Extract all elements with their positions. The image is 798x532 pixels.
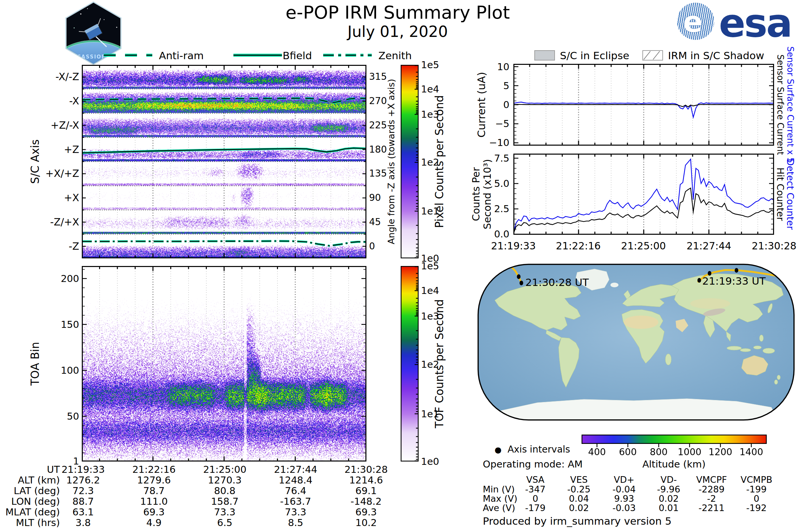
legend-sample-dashdot: [323, 52, 373, 59]
legend-swatch-filled: [534, 50, 555, 60]
ephemeris-value: 76.4: [285, 486, 307, 496]
ephemeris-value: 3.8: [75, 517, 91, 528]
ephemeris-value: 8.5: [288, 517, 303, 528]
ephemeris-value: 21:19:33: [61, 464, 105, 475]
altitude-tick-label: 1000: [678, 447, 701, 457]
angle-tick-label: 270: [369, 96, 387, 106]
axis-interval-dot: [698, 278, 701, 283]
voltage-value: 0: [754, 494, 759, 504]
pixel-cb-tick: 1e2: [421, 157, 439, 168]
ephemeris-row-label: UT: [47, 464, 60, 475]
ephemeris-value: 158.7: [211, 496, 239, 507]
voltage-value: 0: [532, 494, 538, 504]
ephemeris-row-label: MLAT (deg): [5, 507, 60, 517]
axis-intervals-legend: ● Axis intervals: [483, 434, 570, 465]
band-label-xz: +X/+Z: [45, 168, 79, 179]
counts-ytick: 5.0: [494, 178, 509, 189]
voltage-value: 0.02: [659, 494, 679, 504]
toa-tick-label: 100: [61, 365, 79, 376]
current-ylabel: Current (uA): [476, 72, 488, 138]
legend-label-s-c-in-eclipse: S/C in Eclipse: [560, 50, 629, 61]
legend-label-antiram: Anti-ram: [159, 50, 204, 61]
produced-by: Produced by irm_summary version 5: [483, 515, 672, 527]
voltage-value: -9.96: [657, 484, 680, 494]
ephemeris-value: 73.3: [214, 507, 236, 517]
time-tick-label: 21:19:33: [491, 241, 536, 252]
legend-label-bfield: Bfield: [283, 50, 312, 61]
voltage-value: 9.93: [614, 494, 634, 504]
sensor-surface-current-label: Sensor Surface Current: [775, 55, 785, 155]
ephemeris-value: 4.9: [146, 517, 162, 528]
voltage-value: -2211: [699, 503, 724, 513]
angle-tick-label: 225: [369, 120, 387, 130]
tof-cb-tick: 1e2: [421, 359, 439, 370]
tof-cb-tick: 1e5: [421, 261, 439, 271]
ephemeris-value: -163.7: [280, 496, 311, 507]
current-ytick: 0: [504, 99, 509, 110]
ephemeris-value: -148.2: [350, 496, 382, 507]
esa-wordmark: esa: [719, 0, 791, 46]
counts-ylabel-line2: Second (x10³): [482, 159, 493, 229]
axis-intervals-text: Axis intervals: [507, 444, 570, 455]
toa-tick-label: 200: [61, 273, 79, 284]
voltage-column-header: VCMPB: [740, 475, 772, 485]
ephemeris-value: 21:22:16: [132, 464, 175, 475]
ephemeris-value: 21:27:44: [274, 464, 317, 475]
ephemeris-value: 80.8: [214, 486, 236, 496]
current-ytick: 10: [497, 61, 509, 72]
toa-ylabel: TOA Bin: [29, 342, 41, 385]
toa-tick-label: 150: [61, 319, 79, 330]
pixel-cb-tick: 1e5: [421, 59, 439, 70]
counts-ytick: 2.5: [494, 204, 509, 214]
detect-counter-label: Detect Counter: [785, 158, 795, 230]
band-label-z: +Z: [64, 144, 79, 155]
ephemeris-value: 111.0: [140, 496, 168, 507]
sensor-current-chart: [513, 64, 774, 146]
axis-interval-dot: [735, 268, 739, 273]
time-tick-label: 21:22:16: [556, 241, 601, 252]
pixel-counts-colorbar: [401, 65, 419, 258]
current-ytick: −10: [489, 137, 509, 148]
counter-rates-chart: [513, 154, 774, 235]
voltage-value: -192: [746, 503, 766, 513]
voltage-value: -199: [746, 484, 766, 494]
ephemeris-value: 63.1: [73, 507, 94, 517]
map-start-time-label: 21:19:33 UT: [702, 275, 766, 287]
ephemeris-value: 21:30:28: [344, 464, 388, 475]
time-tick-label: 21:27:44: [687, 241, 732, 252]
page-date: July 01, 2020: [347, 23, 448, 41]
ephemeris-value: 1276.2: [66, 475, 100, 486]
ephemeris-row-label: MLT (hrs): [16, 517, 60, 528]
map-end-time-label: 21:30:28 UT: [525, 277, 589, 288]
band-label-x: -X: [69, 95, 79, 107]
ephemeris-row-label: ALT (km): [18, 475, 60, 486]
esa-logo: e esa: [677, 3, 780, 41]
tof-cb-tick: 1e0: [421, 456, 439, 467]
pixel-cb-tick: 1e4: [421, 84, 439, 94]
ephemeris-value: 69.3: [143, 507, 165, 517]
counts-ytick: 7.5: [494, 153, 509, 163]
angle-tick-label: 315: [369, 72, 387, 82]
axis-interval-dot: [517, 274, 521, 279]
band-label-zx: +Z/-X: [51, 120, 79, 131]
voltage-value: -2: [707, 494, 716, 504]
voltage-value: -0.03: [612, 503, 636, 513]
voltage-value: 0.01: [659, 503, 679, 513]
ephemeris-value: 10.2: [356, 517, 377, 528]
pixel-cb-tick: 1e3: [421, 109, 439, 120]
ephemeris-value: 1248.4: [279, 475, 312, 486]
counts-ylabel-line1: Counts Per: [471, 167, 482, 221]
time-tick-label: 21:25:00: [621, 241, 666, 252]
pixel-cb-tick: 1e1: [421, 206, 439, 216]
ephemeris-value: 1270.3: [208, 475, 241, 486]
page-title: e-POP IRM Summary Plot: [286, 2, 510, 23]
tof-cb-tick: 1e1: [421, 408, 439, 419]
map-sahara: [624, 316, 658, 329]
angle-tick-label: 0: [369, 241, 375, 251]
ephemeris-value: 73.3: [285, 507, 307, 517]
legend-label-irm-in-s-c-shadow: IRM in S/C Shadow: [668, 50, 764, 61]
voltage-value: -0.04: [612, 484, 636, 494]
voltage-value: -179: [525, 503, 545, 513]
altitude-tick-label: 600: [619, 447, 637, 457]
band-label-x: +X: [64, 192, 79, 204]
